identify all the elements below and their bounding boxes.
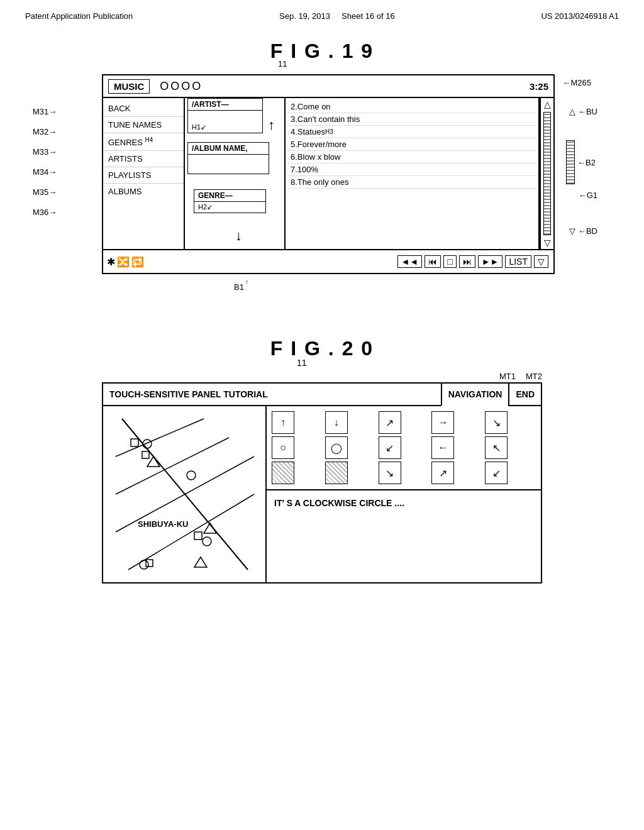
menu-tune-names[interactable]: TUNE NAMES [103,117,184,133]
header-left: Patent Application Publication [25,11,133,21]
gesture-left[interactable]: ← [431,436,454,459]
btn-list[interactable]: LIST [505,255,531,268]
label-bd: ▽ ←BD [569,226,597,236]
menu-albums[interactable]: ALBUMS [103,184,184,199]
sheet-label: Sheet 16 of 16 [341,11,395,21]
btn-rewind[interactable]: ◄◄ [397,255,423,268]
time-display: 3:25 [530,81,548,92]
gesture-circle-cw[interactable]: ○ [272,436,294,459]
svg-rect-10 [142,451,149,458]
btn-ff[interactable]: ►► [478,255,503,268]
fig19-outer: ←M265 MUSIC OOOO 3:25 BACK TUNE NAMES GE… [102,74,555,274]
svg-marker-15 [194,557,207,567]
gesture-h1[interactable] [272,462,294,484]
gesture-up[interactable]: ↑ [272,411,294,434]
gesture-ne2[interactable]: ↗ [431,462,454,484]
gesture-h2[interactable] [325,462,348,484]
svg-text:SHIBUYA-KU: SHIBUYA-KU [138,519,188,529]
label-m31: M31→ [33,107,57,116]
svg-point-6 [187,471,196,480]
svg-rect-12 [146,560,153,567]
music-label: MUSIC [108,79,150,94]
label-m34: M34→ [33,167,57,177]
label-m265: ←M265 [562,78,591,87]
list-item-2: 4.Statues H3 [286,126,538,138]
fig20-description: IT' S A CLOCKWISE CIRCLE .... [267,490,541,582]
mt-labels: MT1 MT2 [102,372,542,381]
gesture-nw[interactable]: ↖ [485,436,508,459]
fig19-menu: BACK TUNE NAMES GENRES H4 ARTISTS PLAYLI… [103,98,185,249]
gesture-sw2[interactable]: ↙ [485,462,508,484]
list-item-3: 5.Forever/more [286,138,538,151]
gesture-right[interactable]: → [431,411,454,434]
tab-end[interactable]: END [508,384,541,405]
fig20-section: F I G . 2 0 11 MT1 MT2 TOUCH-SENSITIVE P… [0,331,644,596]
list-item-6: 8.The only ones [286,176,538,189]
fig20-content: SHIBUYA-KU ↑ ↓ ↗ → ↘ ○ ◯ [103,406,541,582]
fig20-topbar: TOUCH-SENSITIVE PANEL TUTORIAL NAVIGATIO… [103,384,541,406]
header-right: US 2013/0246918 A1 [541,11,619,21]
status-dots: OOOO [160,80,530,93]
menu-artists[interactable]: ARTISTS [103,151,184,167]
label-g1: ←G1 [579,191,597,200]
list-item-1: 3.Can't contain this [286,113,538,126]
label-b1: B1 [234,282,244,292]
header-center: Sep. 19, 2013 Sheet 16 of 16 [279,11,395,21]
fig20-outer: TOUCH-SENSITIVE PANEL TUTORIAL NAVIGATIO… [102,382,542,584]
svg-rect-11 [194,532,202,540]
svg-point-8 [140,560,148,569]
svg-point-7 [203,537,211,546]
fig20-title: F I G . 2 0 [38,337,606,360]
scroll-arrow-up: ↑ [268,117,275,133]
label-bu: △ ←BU [569,107,597,116]
svg-line-4 [128,494,254,570]
btn-down[interactable]: ▽ [534,255,548,268]
fig20-diagram: 11 MT1 MT2 TOUCH-SENSITIVE PANEL TUTORIA… [102,372,542,584]
album-name-col: /ALBUM NAME‚ [187,142,269,174]
icon-star[interactable]: ✱ [107,256,115,268]
fig19-scrollbar[interactable]: △ ▽ [540,98,553,249]
fig19-section: F I G . 1 9 11 M31→ M32→ M33→ M34→ M35→ … [0,27,644,293]
map-svg: SHIBUYA-KU [103,406,267,582]
mt1-label: MT1 [499,372,516,381]
fig20-map: SHIBUYA-KU [103,406,267,582]
scroll-arrow-down: ↓ [235,228,242,244]
btn-next[interactable]: ⏭ [459,255,475,268]
scrollbar-track[interactable] [543,112,551,235]
gesture-ne[interactable]: ↗ [379,411,401,434]
fig19-title: F I G . 1 9 [38,40,606,63]
tab-navigation[interactable]: NAVIGATION [441,384,509,406]
fig19-diagram: 11 M31→ M32→ M33→ M34→ M35→ M36→ △ ←BU ←… [83,74,561,274]
genre-col: GENRE― H2↙ [194,189,266,213]
label-m33: M33→ [33,147,57,157]
scroll-down-btn[interactable]: ▽ [544,238,551,248]
gesture-down[interactable]: ↓ [325,411,348,434]
gesture-se[interactable]: ↘ [485,411,508,434]
btn-prev[interactable]: ⏮ [425,255,441,268]
icon-repeat[interactable]: 🔁 [131,256,144,268]
menu-genres[interactable]: GENRES H4 [103,133,184,151]
btn-stop[interactable]: □ [443,255,456,268]
list-item-5: 7.100% [286,163,538,176]
label-m35: M35→ [33,187,57,197]
gesture-sw[interactable]: ↙ [379,436,401,459]
b1-arrow: ↑ [245,279,248,285]
fig19-content: BACK TUNE NAMES GENRES H4 ARTISTS PLAYLI… [103,98,553,249]
svg-line-1 [116,419,204,456]
gesture-circle-ccw[interactable]: ◯ [325,436,348,459]
fig20-label-11: 11 [297,358,307,368]
svg-rect-9 [131,439,138,446]
label-b2: ←B2 [566,140,596,184]
list-item-4: 6.Blow x blow [286,151,538,163]
menu-playlists[interactable]: PLAYLISTS [103,167,184,184]
fig20-right: ↑ ↓ ↗ → ↘ ○ ◯ ↙ ← ↖ ↘ [267,406,541,582]
menu-back[interactable]: BACK [103,101,184,117]
list-item-0: 2.Come on [286,101,538,113]
scroll-up-btn[interactable]: △ [544,99,551,109]
gesture-se2[interactable]: ↘ [379,462,401,484]
fig19-list: 2.Come on 3.Can't contain this 4.Statues… [286,98,540,249]
mt2-label: MT2 [526,372,542,381]
icon-shuffle[interactable]: 🔀 [117,256,130,268]
label-m32: M32→ [33,127,57,136]
artist-col: /ARTIST― H1↙ [187,98,263,133]
